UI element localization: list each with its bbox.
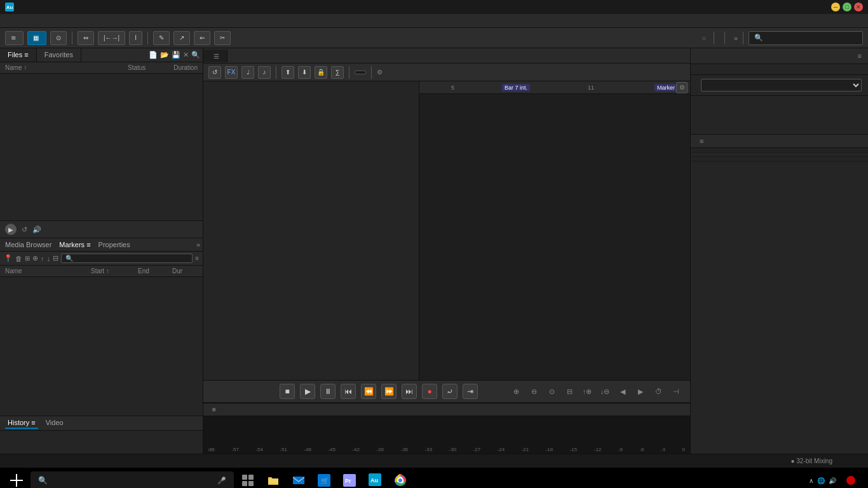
move-tool[interactable]: ⇔ [78,31,94,45]
stop-button[interactable]: ■ [280,384,295,399]
explorer-app[interactable] [262,469,285,488]
fast-forward-button[interactable]: ⏩ [381,384,397,399]
es-header: ≡ [691,48,868,64]
zoom-in-amp-btn[interactable]: ↑⊕ [581,385,593,398]
tc-sep2 [349,66,349,79]
filter-markers-btn[interactable]: ⊟ [53,254,58,262]
export-btn[interactable]: ⬆ [281,66,294,79]
chrome-app[interactable] [389,469,412,488]
loop-playback-btn[interactable]: ⤾ [442,384,458,399]
search-file-btn[interactable]: 🔍 [191,51,200,59]
loop-btn[interactable]: ↺ [208,66,221,79]
scroll-right-btn[interactable]: ▶ [634,385,647,398]
open-file-btn[interactable]: 📂 [160,51,169,59]
play-mini-button[interactable]: ▶ [5,224,17,235]
zoom-sel-btn[interactable]: ⊙ [545,385,558,398]
fx-btn[interactable]: FX [225,66,238,79]
sort-asc-btn[interactable]: ↑ [41,255,44,262]
close-file-btn[interactable]: ✕ [183,51,189,59]
audition-app[interactable]: Au [363,469,386,488]
markers-menu[interactable]: » [196,241,200,248]
zoom-in-time-btn[interactable]: ⊕ [510,385,522,398]
nudge-btn[interactable]: ⏱ [652,385,665,398]
waveform-button[interactable]: ≋ [5,31,24,45]
mail-app[interactable] [287,469,310,488]
sv-selection-start [701,152,757,157]
search-mic-icon: 🔍 [38,476,48,485]
waveform-icon: ≋ [11,34,16,41]
favorites-tab[interactable]: Favorites [37,48,81,62]
levels-content: dB -57 -54 -51 -48 -45 -42 -39 -36 -33 -… [203,416,690,454]
maximize-button[interactable]: □ [843,3,851,11]
play-button[interactable]: ▶ [300,384,315,399]
video-tab[interactable]: Video [43,417,66,429]
taskview-app[interactable] [236,469,259,488]
store-app[interactable]: 🛒 [313,469,336,488]
taskbar-search[interactable]: 🔍 🎤 [31,471,234,488]
add-marker-btn[interactable]: 📍 [4,254,13,262]
taskbar-search-input[interactable] [53,477,212,484]
new-file-btn[interactable]: 📄 [149,51,158,59]
sort-desc-btn[interactable]: ↓ [47,255,51,262]
import-btn[interactable]: ⬇ [298,66,311,79]
delete-marker-btn[interactable]: 🗑 [15,255,22,262]
time-tool[interactable]: |←→| [98,31,125,45]
multitrack-button[interactable]: ▦ [27,31,46,45]
zoom-out-time-btn[interactable]: ⊖ [527,385,540,398]
db-label-27: -27 [473,447,481,452]
key-btn[interactable]: ♪ [258,66,271,79]
rewind-button[interactable]: ⏪ [361,384,376,399]
premiere-app[interactable]: Pr [338,469,361,488]
markers-tab[interactable]: Markers ≡ [57,240,93,250]
skip-silence-btn[interactable]: ⇥ [463,384,478,399]
mixer-tab[interactable] [227,53,243,58]
media-browser-tab[interactable]: Media Browser [3,240,54,250]
editor-tab[interactable]: ☰ [203,50,227,62]
cut-tool[interactable]: ✂ [214,31,231,45]
track-area: 5 Bar 7 int. 11 Marker 05 17 Marker 06 2… [203,81,690,380]
taskbar: 🔍 🎤 🛒 Pr Au ∧ 🌐 🔊 [0,468,868,488]
timeline-canvas[interactable]: 5 Bar 7 int. 11 Marker 05 17 Marker 06 2… [419,81,690,380]
pause-button[interactable]: ⏸ [320,384,336,399]
mix-btn[interactable]: ∑ [331,66,344,79]
timeline-settings-icon[interactable]: ⚙ [377,69,383,76]
marker-search-box[interactable]: 🔍 [61,254,193,263]
save-file-btn[interactable]: 💾 [172,51,180,59]
files-tab[interactable]: Files ≡ [0,48,37,62]
start-button[interactable] [5,469,28,488]
select-tool[interactable]: I [129,31,142,45]
snap-btn[interactable]: 🔒 [315,66,327,79]
db-label-12: -12 [594,447,602,452]
db-label-33: -33 [425,447,433,452]
svg-text:Au: Au [6,4,13,10]
db-label-36: -36 [400,447,408,452]
scroll-left-btn[interactable]: ◀ [616,385,629,398]
separator4 [724,32,725,44]
sv-table [691,148,868,161]
zoom-out-amp-btn[interactable]: ↓⊖ [599,385,611,398]
minimize-button[interactable]: ─ [831,3,840,11]
pencil-tool[interactable]: ✎ [153,31,170,45]
fade-tool[interactable]: ↗ [173,31,190,45]
timeline-settings-btn[interactable]: ⚙ [676,82,688,93]
settings-icon: ⚙ [679,84,685,91]
close-button[interactable]: ✕ [854,3,863,11]
es-preset-select[interactable] [701,79,862,92]
go-end-button[interactable]: ⏭ [402,384,417,399]
search-box[interactable]: 🔍 [749,31,863,45]
record-button[interactable]: ● [422,384,437,399]
properties-tab[interactable]: Properties [96,240,133,250]
metronome-btn[interactable]: ♩ [241,66,254,79]
go-start-button[interactable]: ⏮ [341,384,356,399]
sv-selection-duration [812,152,868,157]
export-markers-btn[interactable]: ⊕ [32,254,38,262]
merge-markers-btn[interactable]: ⊞ [25,255,30,262]
slip-tool[interactable]: ⇐ [194,31,210,45]
marker-options-btn[interactable]: ≡ [195,255,199,262]
cd-button[interactable]: ⊙ [50,31,67,45]
history-tab[interactable]: History ≡ [5,417,38,429]
timeline-end-btn[interactable]: ⊣ [670,385,682,398]
tray-up-arrow[interactable]: ∧ [809,477,813,484]
zoom-all-btn[interactable]: ⊟ [563,385,576,398]
notification-badge[interactable] [846,476,855,485]
